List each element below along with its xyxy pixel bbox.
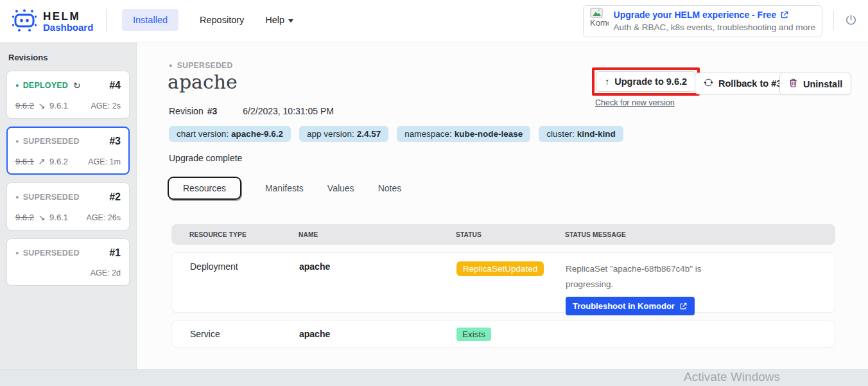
chip-value: kind-kind	[577, 129, 616, 139]
rollback-button-label: Rollback to #3	[718, 78, 781, 89]
old-version: 9.6.1	[15, 157, 34, 166]
status-dot-icon: ●	[15, 139, 19, 145]
chart-version-chip: chart version:apache-9.6.2	[169, 126, 291, 142]
revisions-title: Revisions	[8, 53, 130, 62]
col-status: STATUS	[456, 231, 552, 238]
release-detail-panel: ● SUPERSEDED apache Revision #3 6/2/2023…	[137, 42, 868, 369]
rollback-button[interactable]: Rollback to #3	[695, 73, 790, 94]
upgrade-button-label: Upgrade to 9.6.2	[614, 76, 687, 87]
tab-notes[interactable]: Notes	[378, 183, 402, 193]
old-version: 9.6.2	[15, 213, 34, 222]
col-resource-type: RESOURCE TYPE	[189, 231, 286, 238]
logo-subtitle: Dashboard	[43, 22, 93, 33]
chip-label: namespace:	[404, 129, 452, 139]
revision-card-4[interactable]: ● DEPLOYED ↻ #4 9.6.2 ↘ 9.6.1 AGE: 2s	[6, 71, 130, 119]
new-version: 9.6.1	[49, 213, 68, 222]
revision-status: ● SUPERSEDED	[15, 249, 80, 258]
revision-card-1[interactable]: ● SUPERSEDED #1 AGE: 2d	[6, 238, 130, 286]
revision-number: #2	[109, 191, 121, 203]
table-row-service: Service apache Exists	[171, 320, 835, 347]
helm-dashboard-screen: HELM Dashboard Installed Repository Help…	[0, 0, 868, 386]
nav-help[interactable]: Help	[265, 15, 293, 25]
status-message-line1: ReplicaSet "apache-68fb867c4b" is	[566, 261, 835, 277]
version-change: 9.6.2 ↘ 9.6.1	[15, 101, 68, 110]
uninstall-button[interactable]: Uninstall	[779, 73, 851, 95]
logo-title: HELM	[43, 11, 93, 22]
resources-table: RESOURCE TYPE NAME STATUS STATUS MESSAGE…	[171, 224, 835, 347]
troubleshoot-label: Troubleshoot in Komodor	[573, 301, 675, 311]
revision-date: 6/2/2023, 10:31:05 PM	[243, 106, 334, 116]
new-version: 9.6.2	[49, 157, 68, 166]
chip-value: apache-9.6.2	[231, 129, 283, 139]
revision-label: Revision	[169, 106, 204, 116]
nav-repository[interactable]: Repository	[200, 15, 244, 25]
chevron-down-icon	[288, 19, 293, 22]
check-new-version-link[interactable]: Check for new version	[595, 98, 675, 107]
upgrade-button[interactable]: ↑ Upgrade to 9.6.2	[596, 71, 696, 92]
metadata-chips: chart version:apache-9.6.2 app version:2…	[169, 126, 623, 142]
power-divider	[833, 11, 834, 30]
tab-values[interactable]: Values	[327, 183, 354, 193]
col-name: NAME	[299, 231, 437, 238]
resource-type-cell: Service	[190, 329, 299, 339]
resource-name-cell: apache	[299, 329, 456, 339]
resource-type-cell: Deployment	[190, 261, 299, 315]
revision-age: AGE: 2s	[91, 101, 121, 110]
version-change: 9.6.1 ↗ 9.6.2	[15, 157, 68, 166]
status-cell: Exists	[456, 328, 566, 341]
tab-manifests[interactable]: Manifests	[265, 183, 304, 193]
banner-title[interactable]: Upgrade your HELM experience - Free	[614, 8, 815, 21]
banner-subtitle: Auth & RBAC, k8s events, troubleshooting…	[614, 21, 815, 34]
tab-resources[interactable]: Resources	[168, 177, 241, 200]
komodor-broken-image: Komodor	[590, 8, 609, 35]
reload-icon: ↻	[73, 80, 81, 91]
cluster-chip: cluster:kind-kind	[539, 126, 623, 142]
revisions-sidebar: Revisions ● DEPLOYED ↻ #4 9.6.2 ↘ 9.6.1 …	[0, 42, 137, 369]
power-icon[interactable]	[844, 13, 858, 30]
status-message-line2: progressing.	[566, 277, 835, 292]
revision-info: Revision #3 6/2/2023, 10:31:05 PM	[169, 106, 334, 116]
status-label: DEPLOYED	[23, 81, 68, 90]
status-label: SUPERSEDED	[23, 193, 80, 202]
status-label: SUPERSEDED	[23, 137, 80, 146]
status-dot-icon: ●	[15, 83, 19, 89]
helm-logo[interactable]: HELM Dashboard	[12, 8, 93, 35]
status-badge: Exists	[456, 328, 491, 341]
downgrade-arrow-icon: ↘	[39, 213, 46, 222]
komodor-image-alt: Komodor	[590, 18, 609, 28]
new-version: 9.6.1	[49, 101, 68, 110]
rollback-icon	[704, 78, 713, 89]
troubleshoot-komodor-button[interactable]: Troubleshoot in Komodor	[566, 297, 695, 315]
status-label: SUPERSEDED	[23, 249, 80, 258]
status-badge: ReplicaSetUpdated	[456, 261, 544, 276]
nav-installed[interactable]: Installed	[122, 9, 178, 31]
revision-card-3-selected[interactable]: ● SUPERSEDED #3 9.6.1 ↗ 9.6.2 AGE: 1m	[6, 127, 130, 175]
chip-label: chart version:	[177, 129, 229, 139]
up-arrow-icon: ↑	[605, 76, 609, 87]
external-link-icon	[780, 10, 789, 19]
revision-status: ● DEPLOYED ↻	[15, 80, 81, 91]
uninstall-button-label: Uninstall	[803, 79, 842, 89]
banner-text: Upgrade your HELM experience - Free Auth…	[614, 8, 815, 34]
resource-name-cell: apache	[299, 261, 456, 315]
detail-tabs: Resources Manifests Values Notes	[168, 177, 401, 200]
chip-value: kube-node-lease	[455, 129, 523, 139]
release-status-label: SUPERSEDED	[177, 61, 233, 70]
app-version-chip: app version:2.4.57	[299, 126, 388, 142]
status-dot-icon: ●	[15, 195, 19, 200]
table-header-row: RESOURCE TYPE NAME STATUS STATUS MESSAGE	[171, 224, 835, 245]
revision-card-2[interactable]: ● SUPERSEDED #2 9.6.2 ↘ 9.6.1 AGE: 26s	[6, 182, 130, 231]
upgrade-annotation-box: ↑ Upgrade to 9.6.2	[592, 67, 700, 96]
version-change: 9.6.2 ↘ 9.6.1	[15, 213, 68, 222]
status-dot-icon: ●	[169, 63, 173, 69]
footer-band: Activate Windows	[0, 369, 868, 386]
old-version: 9.6.2	[15, 101, 34, 110]
helm-robot-icon	[12, 8, 37, 35]
revision-number: #4	[109, 80, 121, 91]
revision-number: #1	[109, 247, 121, 259]
komodor-promo-banner[interactable]: Komodor Upgrade your HELM experience - F…	[583, 5, 822, 37]
trash-icon	[788, 78, 798, 90]
upgrade-arrow-icon: ↗	[39, 157, 46, 166]
revision-age: AGE: 26s	[87, 213, 121, 222]
chip-value: 2.4.57	[357, 129, 381, 139]
